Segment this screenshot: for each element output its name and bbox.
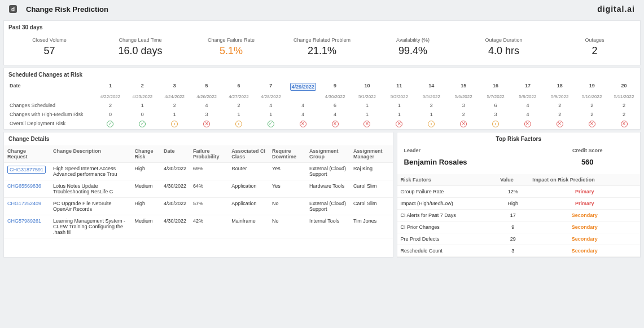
date-col-1[interactable]: 1 bbox=[94, 81, 126, 92]
sched-cell[interactable]: ✕ bbox=[511, 119, 544, 129]
sched-cell[interactable]: ✕ bbox=[191, 119, 223, 129]
sched-cell[interactable]: 2 bbox=[448, 110, 480, 119]
sched-cell[interactable]: 1 bbox=[126, 101, 159, 110]
sched-cell[interactable]: 1 bbox=[159, 110, 191, 119]
rf-row[interactable]: Pre Prod Defects 29 Secondary bbox=[397, 233, 640, 245]
sched-cell[interactable]: 2 bbox=[159, 101, 191, 110]
date-col-18[interactable]: 18 bbox=[544, 81, 576, 92]
cd-header[interactable]: Associated CI Class bbox=[228, 145, 269, 163]
sched-cell[interactable]: 2 bbox=[415, 101, 448, 110]
sched-cell[interactable]: 4 bbox=[511, 110, 544, 119]
change-request-link[interactable]: CHG65569836 bbox=[7, 183, 41, 189]
sched-cell[interactable]: 0 bbox=[94, 110, 126, 119]
sched-cell[interactable]: 1 bbox=[415, 110, 448, 119]
sched-cell[interactable]: 2 bbox=[576, 110, 608, 119]
kpi-value: 5.1% bbox=[188, 45, 274, 57]
kpi-1[interactable]: Change Lead Time 16.0 days bbox=[95, 34, 186, 65]
sched-cell[interactable]: ✕ bbox=[608, 119, 640, 129]
date-col-11[interactable]: 11 bbox=[383, 81, 415, 92]
sched-cell[interactable]: 2 bbox=[94, 101, 126, 110]
sched-cell[interactable]: ✕ bbox=[351, 119, 383, 129]
date-col-17[interactable]: 17 bbox=[511, 81, 544, 92]
kpi-5[interactable]: Outage Duration 4.0 hrs bbox=[458, 34, 549, 65]
sched-cell[interactable]: ✓ bbox=[94, 119, 126, 129]
sched-cell[interactable]: 2 bbox=[576, 101, 608, 110]
app-menu-icon[interactable]: d bbox=[9, 5, 17, 13]
sched-cell[interactable]: • bbox=[415, 119, 448, 129]
sched-cell[interactable]: ✓ bbox=[255, 119, 287, 129]
sched-cell[interactable]: 3 bbox=[448, 101, 480, 110]
date-col-2[interactable]: 2 bbox=[126, 81, 159, 92]
sched-cell[interactable]: 4 bbox=[511, 101, 544, 110]
sched-cell[interactable]: ✕ bbox=[383, 119, 415, 129]
cd-header[interactable]: Assignment Manager bbox=[350, 145, 393, 163]
sched-cell[interactable]: 6 bbox=[480, 101, 512, 110]
sched-cell[interactable]: 6 bbox=[319, 101, 351, 110]
sched-cell[interactable]: 4 bbox=[255, 101, 287, 110]
date-col-15[interactable]: 15 bbox=[448, 81, 480, 92]
sched-cell[interactable]: ✕ bbox=[544, 119, 576, 129]
sched-cell[interactable]: 1 bbox=[351, 110, 383, 119]
cd-header[interactable]: Change Risk bbox=[131, 145, 160, 163]
table-row[interactable]: CHG57989261 Learning Management System -… bbox=[4, 215, 393, 238]
sched-cell[interactable]: 0 bbox=[126, 110, 159, 119]
table-row[interactable]: CHG65569836 Lotus Notes Update Troublesh… bbox=[4, 180, 393, 198]
date-col-20[interactable]: 20 bbox=[608, 81, 640, 92]
cd-header[interactable]: Change Description bbox=[50, 145, 132, 163]
sched-cell[interactable]: ✕ bbox=[448, 119, 480, 129]
rf-row[interactable]: Group Failure Rate 12% Primary bbox=[397, 186, 640, 198]
table-row[interactable]: CHG17252409 PC Upgrade File NetSuite Ope… bbox=[4, 198, 393, 215]
date-col-19[interactable]: 19 bbox=[576, 81, 608, 92]
sched-cell[interactable]: 1 bbox=[255, 110, 287, 119]
sched-cell[interactable]: 4 bbox=[287, 110, 319, 119]
sched-cell[interactable]: • bbox=[159, 119, 191, 129]
sched-cell[interactable]: 3 bbox=[480, 110, 512, 119]
sched-cell[interactable]: 2 bbox=[608, 110, 640, 119]
sched-cell[interactable]: 1 bbox=[383, 101, 415, 110]
sched-cell[interactable]: ✕ bbox=[287, 119, 319, 129]
sched-cell[interactable]: 4 bbox=[191, 101, 223, 110]
date-col-6[interactable]: 6 bbox=[223, 81, 255, 92]
sched-cell[interactable]: ✕ bbox=[576, 119, 608, 129]
sched-cell[interactable]: 4 bbox=[319, 110, 351, 119]
change-request-link[interactable]: CHG57989261 bbox=[7, 218, 41, 224]
date-col-16[interactable]: 16 bbox=[480, 81, 512, 92]
cd-header[interactable]: Change Request bbox=[4, 145, 50, 163]
rf-row[interactable]: CI Alerts for Past 7 Days 17 Secondary bbox=[397, 210, 640, 221]
sched-cell[interactable]: 2 bbox=[544, 110, 576, 119]
change-request-link[interactable]: CHG31877591 bbox=[7, 166, 46, 174]
sched-cell[interactable]: 1 bbox=[223, 110, 255, 119]
kpi-2[interactable]: Change Failure Rate 5.1% bbox=[186, 34, 277, 65]
sched-cell[interactable]: 2 bbox=[223, 101, 255, 110]
table-row[interactable]: CHG31877591 High Speed Internet Access A… bbox=[4, 163, 393, 180]
sched-cell[interactable]: ✓ bbox=[126, 119, 159, 129]
sched-cell[interactable]: • bbox=[480, 119, 512, 129]
kpi-6[interactable]: Outages 2 bbox=[549, 34, 640, 65]
sched-cell[interactable]: 2 bbox=[608, 101, 640, 110]
cd-header[interactable]: Failure Probability bbox=[190, 145, 228, 163]
rf-row[interactable]: CI Prior Changes 9 Secondary bbox=[397, 221, 640, 233]
cd-header[interactable]: Date bbox=[160, 145, 190, 163]
sched-cell[interactable]: 3 bbox=[191, 110, 223, 119]
rf-row[interactable]: Reschedule Count 3 Secondary bbox=[397, 245, 640, 257]
sched-cell[interactable]: 1 bbox=[351, 101, 383, 110]
date-col-9[interactable]: 9 bbox=[319, 81, 351, 92]
kpi-4[interactable]: Availability (%) 99.4% bbox=[367, 34, 458, 65]
sched-cell[interactable]: • bbox=[223, 119, 255, 129]
date-col-10[interactable]: 10 bbox=[351, 81, 383, 92]
cd-header[interactable]: Require Downtime bbox=[269, 145, 306, 163]
date-col-5[interactable]: 5 bbox=[191, 81, 223, 92]
sched-cell[interactable]: 4 bbox=[287, 101, 319, 110]
sched-cell[interactable]: 1 bbox=[383, 110, 415, 119]
date-col-7[interactable]: 7 bbox=[255, 81, 287, 92]
kpi-0[interactable]: Closed Volume 57 bbox=[4, 34, 95, 65]
sched-cell[interactable]: 2 bbox=[544, 101, 576, 110]
sched-cell[interactable]: ✕ bbox=[319, 119, 351, 129]
rf-row[interactable]: Impact (High/Med/Low) High Primary bbox=[397, 198, 640, 210]
date-col-14[interactable]: 14 bbox=[415, 81, 448, 92]
kpi-3[interactable]: Change Related Problem 21.1% bbox=[277, 34, 367, 65]
date-col-8[interactable]: 4/29/2022 bbox=[287, 81, 319, 92]
change-request-link[interactable]: CHG17252409 bbox=[7, 201, 41, 206]
date-col-3[interactable]: 3 bbox=[159, 81, 191, 92]
cd-header[interactable]: Assignment Group bbox=[306, 145, 350, 163]
